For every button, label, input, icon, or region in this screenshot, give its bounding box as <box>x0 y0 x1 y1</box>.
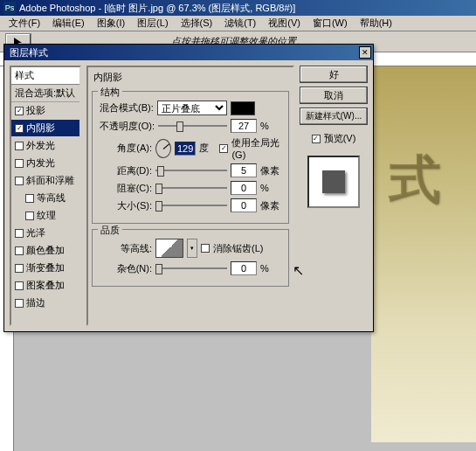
preview-checkbox[interactable] <box>312 135 321 143</box>
size-unit: 像素 <box>260 199 281 212</box>
style-checkbox-8[interactable] <box>15 246 24 255</box>
style-checkbox-11[interactable] <box>15 299 24 308</box>
menu-view[interactable]: 视图(V) <box>263 16 306 31</box>
choke-label: 阻塞(C): <box>100 182 152 195</box>
dialog-title: 图层样式 <box>10 46 48 59</box>
global-light-label: 使用全局光(G) <box>231 136 281 160</box>
size-label: 大小(S): <box>100 199 152 212</box>
style-item-8[interactable]: 颜色叠加 <box>11 242 79 260</box>
blend-mode-select[interactable]: 正片叠底 <box>157 101 227 115</box>
style-checkbox-10[interactable] <box>15 281 24 290</box>
angle-unit: 度 <box>199 142 216 155</box>
size-slider[interactable] <box>155 199 227 212</box>
distance-slider[interactable] <box>155 164 227 177</box>
angle-dial[interactable] <box>155 139 171 158</box>
style-checkbox-6[interactable] <box>25 212 34 220</box>
menu-layer[interactable]: 图层(L) <box>132 16 173 31</box>
contour-dropdown-icon[interactable]: ▾ <box>187 239 197 258</box>
choke-unit: % <box>260 183 281 193</box>
cancel-button[interactable]: 取消 <box>300 87 368 104</box>
style-item-7[interactable]: 光泽 <box>11 225 79 242</box>
style-label-10: 图案叠加 <box>26 279 65 292</box>
noise-value[interactable]: 0 <box>231 261 257 275</box>
contour-label: 等高线: <box>100 242 152 255</box>
style-item-2[interactable]: 外发光 <box>11 137 79 155</box>
menu-filter[interactable]: 滤镜(T) <box>219 16 261 31</box>
choke-value[interactable]: 0 <box>231 181 257 195</box>
style-item-0[interactable]: 投影 <box>11 102 79 120</box>
structure-group-title: 结构 <box>98 86 122 99</box>
style-item-1[interactable]: 内阴影 <box>11 120 79 137</box>
style-list: 样式 混合选项:默认 投影内阴影外发光内发光斜面和浮雕等高线纹理光泽颜色叠加渐变… <box>10 66 81 326</box>
style-label-0: 投影 <box>26 104 45 117</box>
app-icon: Ps <box>3 2 16 14</box>
style-label-11: 描边 <box>26 296 45 309</box>
dialog-titlebar[interactable]: 图层样式 ✕ <box>4 45 373 60</box>
app-title: Adobe Photoshop - [临时 图片.jpg @ 67.3% (图层… <box>19 2 295 15</box>
style-checkbox-2[interactable] <box>15 142 24 150</box>
noise-label: 杂色(N): <box>100 262 152 275</box>
distance-value[interactable]: 5 <box>231 163 257 177</box>
style-checkbox-9[interactable] <box>15 264 24 273</box>
contour-picker[interactable] <box>155 239 183 258</box>
style-checkbox-4[interactable] <box>15 177 24 185</box>
style-label-6: 纹理 <box>37 209 56 222</box>
structure-group: 结构 混合模式(B): 正片叠底 不透明度(O): 27 % 角度(A): 12… <box>92 91 289 224</box>
angle-value[interactable]: 129 <box>175 142 196 156</box>
quality-group-title: 品质 <box>98 224 122 237</box>
style-item-11[interactable]: 描边 <box>11 295 79 312</box>
noise-unit: % <box>260 263 281 274</box>
ok-button[interactable]: 好 <box>300 66 368 83</box>
style-label-2: 外发光 <box>26 139 55 152</box>
style-checkbox-1[interactable] <box>15 124 24 133</box>
menu-bar: 文件(F) 编辑(E) 图象(I) 图层(L) 选择(S) 滤镜(T) 视图(V… <box>0 16 476 31</box>
antialias-checkbox[interactable] <box>201 244 210 253</box>
menu-help[interactable]: 帮助(H) <box>355 16 397 31</box>
opacity-unit: % <box>260 121 281 131</box>
style-label-1: 内阴影 <box>26 121 55 135</box>
layer-style-dialog: 图层样式 ✕ 样式 混合选项:默认 投影内阴影外发光内发光斜面和浮雕等高线纹理光… <box>3 44 374 332</box>
style-checkbox-0[interactable] <box>15 107 24 115</box>
style-checkbox-7[interactable] <box>15 229 24 238</box>
style-item-3[interactable]: 内发光 <box>11 155 79 172</box>
quality-group: 品质 等高线: ▾ 消除锯齿(L) 杂色(N): 0 % <box>92 229 289 287</box>
canvas-text-layer: 式 <box>389 145 441 216</box>
style-label-9: 渐变叠加 <box>26 261 65 274</box>
size-value[interactable]: 0 <box>231 198 257 212</box>
style-item-5[interactable]: 等高线 <box>11 190 79 207</box>
style-checkbox-5[interactable] <box>25 194 34 203</box>
app-titlebar: Ps Adobe Photoshop - [临时 图片.jpg @ 67.3% … <box>0 0 476 16</box>
distance-unit: 像素 <box>260 164 281 177</box>
style-item-4[interactable]: 斜面和浮雕 <box>11 172 79 190</box>
blend-options-default[interactable]: 混合选项:默认 <box>11 85 79 102</box>
panel-title: 内阴影 <box>93 71 289 84</box>
opacity-slider[interactable] <box>158 120 227 132</box>
style-label-5: 等高线 <box>37 191 66 205</box>
style-label-7: 光泽 <box>26 226 45 239</box>
opacity-value[interactable]: 27 <box>231 119 257 133</box>
noise-slider[interactable] <box>155 262 227 274</box>
style-item-10[interactable]: 图案叠加 <box>11 277 79 295</box>
document-canvas[interactable]: 式 <box>371 66 476 442</box>
opacity-label: 不透明度(O): <box>100 120 155 133</box>
settings-panel: 内阴影 结构 混合模式(B): 正片叠底 不透明度(O): 27 % 角度(A)… <box>86 66 294 326</box>
style-checkbox-3[interactable] <box>15 159 24 168</box>
angle-label: 角度(A): <box>100 142 152 155</box>
shadow-color-swatch[interactable] <box>231 101 255 115</box>
preview-label: 预览(V) <box>324 132 356 145</box>
style-item-6[interactable]: 纹理 <box>11 207 79 225</box>
styles-header[interactable]: 样式 <box>11 67 79 85</box>
new-style-button[interactable]: 新建样式(W)... <box>300 108 368 125</box>
menu-edit[interactable]: 编辑(E) <box>47 16 90 31</box>
global-light-checkbox[interactable] <box>219 144 228 153</box>
menu-file[interactable]: 文件(F) <box>3 16 45 31</box>
menu-window[interactable]: 窗口(W) <box>307 16 353 31</box>
choke-slider[interactable] <box>155 182 227 194</box>
dialog-close-button[interactable]: ✕ <box>359 46 371 59</box>
style-item-9[interactable]: 渐变叠加 <box>11 260 79 277</box>
menu-image[interactable]: 图象(I) <box>92 16 130 31</box>
antialias-label: 消除锯齿(L) <box>213 242 263 255</box>
distance-label: 距离(D): <box>100 164 152 177</box>
menu-select[interactable]: 选择(S) <box>176 16 218 31</box>
preview-thumbnail <box>307 156 360 208</box>
